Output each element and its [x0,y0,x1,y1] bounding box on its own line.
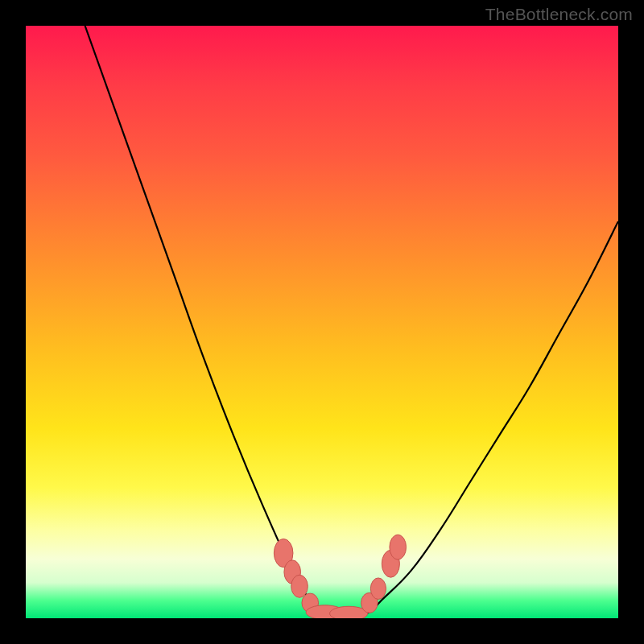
plot-svg [26,26,618,618]
marker-point [370,578,386,600]
plot-area [26,26,618,618]
watermark-text: TheBottleneck.com [485,5,633,24]
markers-group [274,535,406,618]
marker-point [390,535,407,559]
bottleneck-curve [85,26,618,616]
chart-frame: TheBottleneck.com [0,0,644,644]
marker-point [291,575,308,597]
